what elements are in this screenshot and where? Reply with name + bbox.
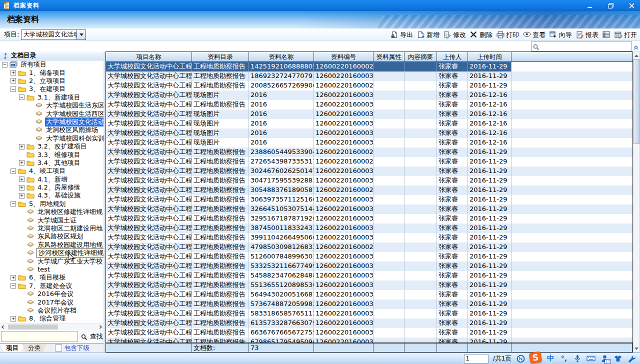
edit-button[interactable]: 修改 [444, 30, 466, 40]
tree-horizontal-scrollbar[interactable] [0, 323, 104, 330]
table-row[interactable]: 大学城校园文化活动中心工程工程地质勘察报告6135733287663079761… [106, 318, 632, 328]
tree-item[interactable]: +8、综合管理 [0, 314, 104, 322]
scroll-right-icon[interactable] [98, 324, 104, 330]
expander-icon[interactable]: + [10, 316, 16, 322]
tree-item[interactable]: −所有项目 [0, 60, 104, 68]
wizard-button[interactable]: 向导 [550, 30, 572, 40]
tree-item[interactable]: 会议照片存档 [0, 306, 104, 314]
microphone-icon[interactable] [573, 354, 582, 363]
table-row[interactable]: 大学城校园文化活动中心工程工程地质勘察报告5513655120898530512… [106, 280, 632, 290]
table-row[interactable]: 大学城校园文化活动中心工程工程地质勘察报告5833186585765112781… [106, 309, 632, 318]
tree-item[interactable]: test [0, 266, 104, 274]
ime-status-icon[interactable] [516, 354, 525, 363]
table-row[interactable]: 大学城校园文化活动中心工程工程地质勘察报告2388605449533904181… [106, 148, 632, 157]
tree-item[interactable]: −7、基建处会议 [0, 282, 104, 290]
wrench-icon[interactable] [627, 354, 636, 363]
expander-icon[interactable]: + [19, 193, 24, 198]
column-header-project[interactable]: 项目名称 [106, 52, 192, 62]
tab-project[interactable]: 项目 [0, 344, 24, 352]
tree-item[interactable]: 大学城国土证 [0, 216, 104, 224]
open-button[interactable]: 打开 [614, 30, 637, 40]
table-vertical-scrollbar[interactable] [633, 52, 640, 352]
tree-item[interactable]: 2017年会议 [0, 298, 104, 306]
delete-button[interactable]: 删除 [470, 30, 492, 40]
table-row[interactable]: 大学城校园文化活动中心工程工程地质勘察报告6636767665672755491… [106, 328, 632, 338]
search-input[interactable] [540, 42, 632, 50]
tree-item[interactable]: 龙洞校区风雨操场 [0, 126, 104, 134]
search-input-box[interactable] [531, 42, 632, 52]
tree-find-input[interactable] [1, 331, 78, 342]
project-select[interactable]: 大学城校园文化活动 [21, 30, 86, 40]
tree-item[interactable]: 龙洞校区修建性详细规 [0, 208, 104, 216]
table-row[interactable]: 大学城校园文化活动中心工程工程地质勘察报告3047175955392881031… [106, 176, 632, 186]
table-row[interactable]: 大学城校园文化活动中心工程工程地质勘察报告3024676026250147131… [106, 166, 632, 176]
table-row[interactable]: 大学城校园文化活动中心工程工程地质勘察报告4798503098126832711… [106, 242, 632, 252]
tree-item[interactable]: 沙河校区修建性详细规划 [0, 249, 104, 257]
scrollbar-thumb[interactable] [634, 59, 640, 144]
tree-item[interactable]: +6、项目模板 [0, 274, 104, 282]
tree-item[interactable]: 3.3、维修项目 [0, 150, 104, 158]
collapse-button[interactable] [633, 43, 639, 49]
column-header-name[interactable]: 资料名称 [249, 52, 314, 62]
tree-item[interactable]: 大学城校园生活东区 [0, 102, 104, 110]
scroll-left-icon[interactable] [0, 324, 6, 330]
tree-item[interactable]: 大学城校园科创实训 [0, 134, 104, 142]
sogou-logo-icon[interactable]: S [529, 351, 542, 364]
tree-item[interactable]: −3、在建项目 [0, 85, 104, 93]
table-row[interactable]: 大学城校园文化活动中心工程工程地质勘察报告2008526657269906231… [106, 81, 632, 90]
column-header-summary[interactable]: 内容摘要 [404, 52, 437, 62]
page-number-input[interactable] [464, 354, 488, 364]
table-row[interactable]: 大学城校园文化活动中心工程工程地质勘察报告5126007848996301061… [106, 252, 632, 262]
table-row[interactable]: 大学城校园文化活动中心工程工程地质勘察报告1869232724770791961… [106, 72, 632, 81]
table-row[interactable]: 大学城校园文化活动中心工程现场图片20161260022016000391张家睿… [106, 110, 632, 119]
tree-item[interactable]: 大学城校园生活西区 [0, 110, 104, 118]
tab-category[interactable]: 分类 [22, 344, 46, 352]
table-row[interactable]: 大学城校园文化活动中心工程现场图片20161260022016000390张家睿… [106, 128, 632, 138]
user-level-icon[interactable]: 17 [600, 354, 609, 363]
column-header-time[interactable]: 上传时间 [468, 52, 512, 62]
tree-item[interactable]: −5、用地规划 [0, 200, 104, 208]
table-row[interactable]: 大学城校园文化活动中心工程工程地质勘察报告3991104266495060391… [106, 233, 632, 242]
table-row[interactable]: 大学城校园文化活动中心工程工程地质勘察报告3054883761890587251… [106, 186, 632, 195]
table-row[interactable]: 大学城校园文化活动中心工程工程地质勘察报告3295167187871920731… [106, 214, 632, 224]
tree-item[interactable]: +2、立项项目 [0, 77, 104, 85]
tree-item[interactable]: +4.3、基础设施 [0, 192, 104, 200]
tree-item[interactable]: +4.2、房屋修缮 [0, 184, 104, 192]
table-row[interactable]: 大学城校园文化活动中心工程工程地质勘察报告3063973571125166861… [106, 195, 632, 204]
expander-icon[interactable]: − [10, 86, 16, 92]
table-row[interactable]: 大学城校园文化活动中心工程工程地质勘察报告3266451053075144561… [106, 204, 632, 214]
tree-item[interactable]: 大学城校园文化活动 [0, 118, 104, 126]
table-row[interactable]: 大学城校园文化活动中心工程工程地质勘察报告3874500118332433021… [106, 224, 632, 233]
table-row[interactable]: 大学城校园文化活动中心工程工程地质勘察报告5649430200516687381… [106, 290, 632, 300]
expander-icon[interactable]: − [10, 168, 16, 174]
table-row[interactable]: 大学城校园文化活动中心工程工程地质勘察报告5458823470628488281… [106, 271, 632, 280]
add-button[interactable]: 新增 [417, 30, 440, 40]
tree-item[interactable]: 大学城广东工业大学校 [0, 257, 104, 265]
tree-item[interactable]: +3.4、其他项目 [0, 159, 104, 167]
tree-item[interactable]: +3.2、改扩建项目 [0, 142, 104, 150]
find-button[interactable]: 查找 [90, 332, 103, 341]
table-row[interactable]: 大学城校园文化活动中心工程工程地质勘察报告2016126002201600038… [106, 100, 632, 110]
tree-item[interactable]: 2016年会议 [0, 290, 104, 298]
tree-item[interactable]: 东风路校区规划 [0, 232, 104, 240]
restore-button[interactable] [607, 2, 614, 9]
tree-item[interactable]: −4、竣工项目 [0, 167, 104, 175]
scroll-down-icon[interactable] [634, 345, 640, 352]
close-button[interactable] [628, 2, 635, 9]
skin-tshirt-icon[interactable] [614, 354, 622, 363]
column-header-code[interactable]: 资料编号 [314, 52, 374, 62]
table-row[interactable]: 大学城校园文化活动中心工程工程地质勘察报告5332532116677499312… [106, 262, 632, 271]
table-row[interactable]: 大学城校园文化活动中心工程现场图片20161260022016000388张家睿… [106, 119, 632, 128]
tree-item[interactable]: 龙洞校区二期建设用地 [0, 224, 104, 232]
list-button[interactable] [602, 31, 610, 38]
expander-icon[interactable]: − [19, 94, 24, 100]
column-header-catalog[interactable]: 资料目录 [192, 52, 249, 62]
expander-icon[interactable]: − [10, 201, 16, 206]
expander-icon[interactable]: + [19, 160, 24, 166]
scrollbar-thumb[interactable] [8, 324, 58, 330]
table-row[interactable]: 大学城校园文化活动中心工程现场图片20161260022016000392张家睿… [106, 90, 632, 100]
expander-icon[interactable]: + [10, 78, 16, 84]
chinese-mode-icon[interactable]: 中 [546, 354, 555, 363]
export-button[interactable]: 导出 [390, 30, 413, 40]
tree-item[interactable]: +4.1、新增 [0, 175, 104, 183]
